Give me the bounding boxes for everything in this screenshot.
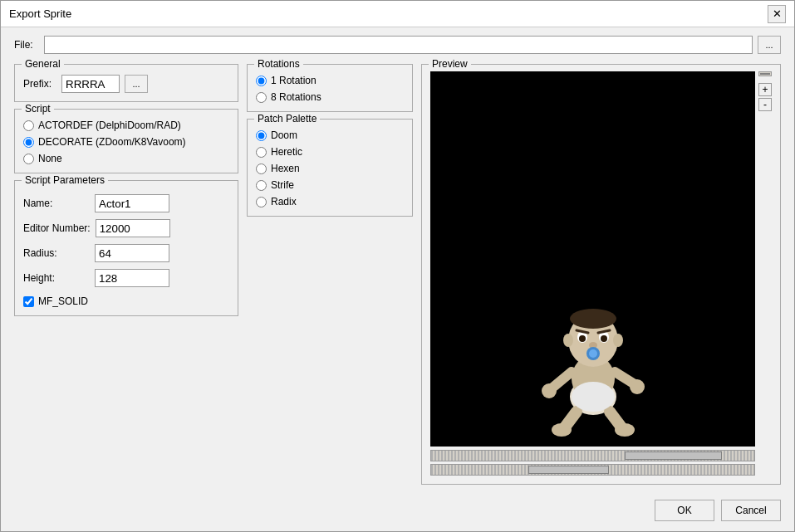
zoom-in-button[interactable]: + (758, 83, 772, 96)
editor-number-label: Editor Number: (23, 222, 91, 234)
file-input[interactable] (44, 36, 753, 54)
rotation-radio-row-1: 1 Rotation (256, 75, 404, 86)
prefix-label: Prefix: (23, 78, 56, 90)
script-label-none: None (38, 153, 62, 164)
editor-number-input[interactable] (96, 219, 170, 237)
rotations-group-label: Rotations (254, 58, 303, 70)
right-column: Preview (421, 64, 781, 485)
preview-canvas (430, 71, 755, 476)
script-radio-row-1: ACTORDEF (DelphiDoom/RAD) (23, 120, 229, 131)
zoom-controls: + - (758, 80, 772, 111)
mid-column: Rotations 1 Rotation 8 Rotations Patch P… (247, 64, 413, 485)
palette-radio-doom[interactable] (256, 130, 267, 141)
svg-point-13 (570, 309, 616, 329)
preview-inner: + - (430, 71, 772, 476)
palette-radio-heretic[interactable] (256, 147, 267, 158)
rotation-radio-1[interactable] (256, 76, 267, 86)
left-column: General Prefix: ... Script ACTORDEF (Del… (14, 64, 238, 485)
mf-solid-label: MF_SOLID (38, 295, 88, 307)
palette-radio-hexen[interactable] (256, 164, 267, 174)
zoom-out-button[interactable]: - (758, 98, 772, 111)
sprite-preview (535, 289, 651, 438)
script-label-decorate: DECORATE (ZDoom/K8Vavoom) (38, 136, 186, 148)
file-label: File: (14, 39, 39, 51)
svg-point-10 (630, 379, 645, 394)
radius-input[interactable] (95, 244, 169, 262)
height-row: Height: (23, 269, 229, 287)
main-content: General Prefix: ... Script ACTORDEF (Del… (14, 64, 781, 485)
palette-radio-row-2: Heretic (256, 146, 404, 158)
general-group-label: General (22, 58, 64, 70)
script-radio-none[interactable] (23, 154, 34, 164)
palette-label-heretic: Heretic (271, 146, 302, 158)
palette-label-strife: Strife (271, 179, 294, 191)
palette-radio-row-3: Hexen (256, 163, 404, 174)
preview-group-label: Preview (429, 58, 471, 70)
rotation-label-8: 8 Rotations (271, 91, 321, 103)
close-button[interactable]: ✕ (768, 5, 786, 23)
rotation-radio-row-2: 8 Rotations (256, 91, 404, 103)
mf-solid-row: MF_SOLID (23, 295, 229, 307)
name-input[interactable] (95, 194, 169, 212)
export-sprite-dialog: Export Sprite ✕ File: ... General Prefix… (0, 0, 795, 532)
editor-number-row: Editor Number: (23, 219, 229, 237)
preview-image[interactable] (430, 71, 755, 447)
prefix-input[interactable] (61, 75, 120, 93)
rotations-group: Rotations 1 Rotation 8 Rotations (247, 64, 413, 112)
script-group: Script ACTORDEF (DelphiDoom/RAD) DECORAT… (14, 109, 238, 173)
height-input[interactable] (95, 269, 169, 287)
script-group-label: Script (22, 103, 54, 115)
svg-point-23 (563, 334, 573, 347)
dialog-footer: OK Cancel (1, 493, 794, 531)
svg-point-22 (589, 349, 597, 358)
palette-radio-strife[interactable] (256, 180, 267, 191)
preview-scrollbars (430, 450, 755, 476)
script-params-group: Script Parameters Name: Editor Number: R… (14, 180, 238, 316)
script-radio-actordef[interactable] (23, 120, 34, 131)
mf-solid-checkbox[interactable] (23, 296, 34, 307)
name-row: Name: (23, 194, 229, 212)
prefix-browse-button[interactable]: ... (125, 75, 148, 93)
script-radio-decorate[interactable] (23, 137, 34, 148)
palette-radio-radix[interactable] (256, 197, 267, 207)
svg-point-17 (601, 335, 607, 342)
preview-group: Preview (421, 64, 781, 485)
svg-point-3 (552, 423, 572, 437)
svg-point-4 (615, 423, 635, 437)
radius-label: Radius: (23, 247, 90, 259)
v-scrollbar[interactable] (758, 71, 772, 76)
patch-palette-group: Patch Palette Doom Heretic Hexen (247, 119, 413, 217)
h-scrollbar-1[interactable] (430, 450, 755, 461)
palette-radio-row-5: Radix (256, 196, 404, 207)
ok-button[interactable]: OK (655, 500, 714, 521)
rotation-radio-8[interactable] (256, 92, 267, 103)
dialog-title: Export Sprite (9, 7, 71, 20)
patch-palette-group-label: Patch Palette (254, 113, 320, 124)
script-radio-row-2: DECORATE (ZDoom/K8Vavoom) (23, 136, 229, 148)
v-controls: + - (758, 71, 772, 476)
prefix-row: Prefix: ... (23, 75, 229, 93)
svg-point-16 (579, 335, 586, 342)
general-group: General Prefix: ... (14, 64, 238, 102)
palette-label-doom: Doom (271, 129, 297, 141)
svg-point-9 (542, 383, 557, 398)
palette-label-hexen: Hexen (271, 163, 300, 174)
radius-row: Radius: (23, 244, 229, 262)
name-label: Name: (23, 198, 90, 209)
height-label: Height: (23, 272, 90, 284)
title-bar: Export Sprite ✕ (1, 1, 794, 27)
dialog-body: File: ... General Prefix: ... Sc (1, 27, 794, 493)
file-browse-button[interactable]: ... (758, 36, 781, 54)
svg-point-6 (572, 382, 615, 412)
palette-label-radix: Radix (271, 196, 297, 207)
script-params-group-label: Script Parameters (22, 174, 108, 186)
script-radio-row-3: None (23, 153, 229, 164)
script-label-actordef: ACTORDEF (DelphiDoom/RAD) (38, 120, 181, 131)
rotation-label-1: 1 Rotation (271, 75, 317, 86)
palette-radio-row-1: Doom (256, 129, 404, 141)
palette-radio-row-4: Strife (256, 179, 404, 191)
svg-point-24 (613, 334, 623, 347)
h-scrollbar-2[interactable] (430, 464, 755, 476)
file-row: File: ... (14, 36, 781, 54)
cancel-button[interactable]: Cancel (721, 500, 781, 521)
